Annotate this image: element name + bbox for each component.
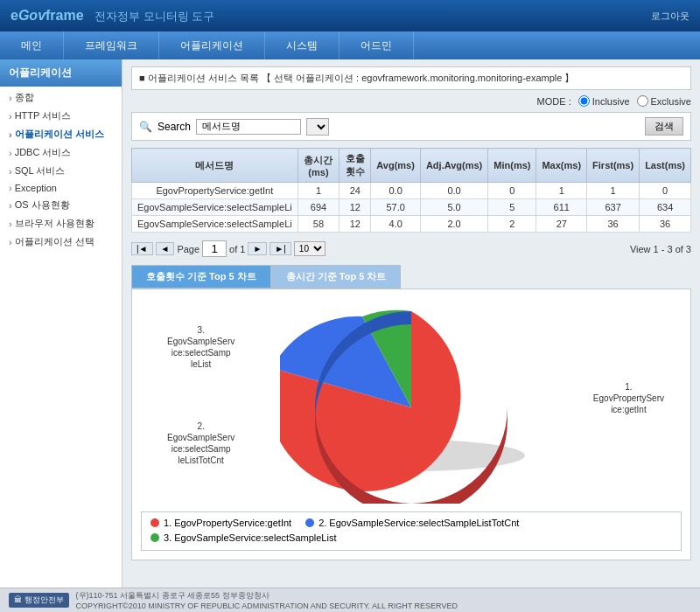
col-calls: 호출횟수 bbox=[340, 149, 371, 183]
sidebar-item-browser[interactable]: 브라우저 사용현황 bbox=[0, 214, 122, 233]
col-max: Max(ms) bbox=[536, 149, 587, 183]
cell-calls: 12 bbox=[340, 199, 371, 216]
table-row: EgovSampleService:selectSampleLi 694 12 … bbox=[132, 199, 691, 216]
sidebar-item-app-select[interactable]: 어플리케이션 선택 bbox=[0, 233, 122, 251]
legend-item-1: 1. EgovPropertyService:getInt bbox=[150, 518, 291, 528]
cell-avg: 0.0 bbox=[371, 183, 421, 199]
mode-inclusive[interactable]: Inclusive bbox=[578, 95, 630, 107]
cell-method: EgovSampleService:selectSampleLi bbox=[132, 216, 298, 233]
cell-first: 1 bbox=[587, 183, 640, 199]
logout-button[interactable]: 로그아웃 bbox=[651, 10, 690, 23]
col-last: Last(ms) bbox=[640, 149, 691, 183]
tab-time[interactable]: 총시간 기준 Top 5 차트 bbox=[271, 265, 402, 289]
per-page-select[interactable]: 10 bbox=[294, 241, 326, 256]
breadcrumb: ■ 어플리케이션 서비스 목록 【 선택 어플리케이션 : egovframew… bbox=[131, 66, 691, 90]
sidebar-item-http[interactable]: HTTP 서비스 bbox=[0, 107, 122, 125]
legend-label-2: 2. EgovSampleService:selectSampleListTot… bbox=[318, 518, 519, 528]
nav-bar: 메인 프레임워크 어플리케이션 시스템 어드민 bbox=[0, 31, 700, 59]
cell-method: EgovSampleService:selectSampleLi bbox=[132, 199, 298, 216]
cell-first: 36 bbox=[587, 216, 640, 233]
sidebar-item-exception[interactable]: Exception bbox=[0, 180, 122, 196]
footer-copyright: COPYRIGHT©2010 MINISTRY OF REPUBLIC ADMI… bbox=[76, 602, 458, 610]
pie-label-1: 1.EgovPropertyService:getInt bbox=[593, 381, 664, 415]
sidebar-title: 어플리케이션 bbox=[0, 59, 122, 87]
pagination: |◄ ◄ Page of 1 ► ►| 10 View 1 - 3 of 3 bbox=[131, 238, 691, 260]
chart-area: 3.EgovSampleService:selectSampleList 2.E… bbox=[131, 289, 691, 560]
cell-adj-avg: 2.0 bbox=[420, 216, 487, 233]
col-avg: Avg(ms) bbox=[371, 149, 421, 183]
next-page-btn[interactable]: ► bbox=[248, 242, 267, 255]
mode-label: MODE : bbox=[537, 96, 571, 107]
cell-method: EgovPropertyService:getInt bbox=[132, 183, 298, 199]
page-input[interactable] bbox=[202, 240, 227, 257]
cell-max: 1 bbox=[536, 183, 587, 199]
cell-total: 58 bbox=[298, 216, 340, 233]
sidebar: 어플리케이션 종합 HTTP 서비스 어플리케이션 서비스 JDBC 서비스 S… bbox=[0, 59, 122, 588]
cell-min: 5 bbox=[488, 199, 536, 216]
col-min: Min(ms) bbox=[488, 149, 536, 183]
mode-exclusive[interactable]: Exclusive bbox=[637, 95, 691, 107]
mode-bar: MODE : Inclusive Exclusive bbox=[131, 95, 691, 107]
cell-max: 611 bbox=[536, 199, 587, 216]
data-table: 메서드명 총시간(ms) 호출횟수 Avg(ms) Adj.Avg(ms) Mi… bbox=[131, 148, 691, 233]
view-label: View 1 - 3 of 3 bbox=[630, 244, 691, 254]
cell-adj-avg: 5.0 bbox=[420, 199, 487, 216]
nav-item-application[interactable]: 어플리케이션 bbox=[159, 31, 265, 59]
logo-subtitle: 전자정부 모니터링 도구 bbox=[94, 10, 214, 23]
nav-item-system[interactable]: 시스템 bbox=[265, 31, 340, 59]
sidebar-item-app-service[interactable]: 어플리케이션 서비스 bbox=[0, 125, 122, 143]
table-row: EgovSampleService:selectSampleLi 58 12 4… bbox=[132, 216, 691, 233]
col-total: 총시간(ms) bbox=[298, 149, 340, 183]
sidebar-item-jdbc[interactable]: JDBC 서비스 bbox=[0, 143, 122, 162]
footer-logo-text: 🏛 행정안전부 bbox=[14, 595, 64, 606]
legend-dot-2 bbox=[305, 518, 314, 527]
cell-min: 2 bbox=[488, 216, 536, 233]
sidebar-item-sql[interactable]: SQL 서비스 bbox=[0, 162, 122, 180]
col-adj-avg: Adj.Avg(ms) bbox=[420, 149, 487, 183]
search-dropdown[interactable] bbox=[306, 118, 329, 136]
legend-item-3: 3. EgovSampleService:selectSampleList bbox=[150, 532, 336, 543]
footer-address: (우)110-751 서울특별시 종로구 세종로55 정부중앙청사 bbox=[76, 590, 458, 602]
cell-last: 0 bbox=[640, 183, 691, 199]
total-pages: 1 bbox=[240, 244, 245, 254]
footer: 🏛 행정안전부 (우)110-751 서울특별시 종로구 세종로55 정부중앙청… bbox=[0, 588, 700, 612]
nav-item-main[interactable]: 메인 bbox=[0, 31, 64, 59]
first-page-btn[interactable]: |◄ bbox=[131, 242, 153, 255]
cell-adj-avg: 0.0 bbox=[420, 183, 487, 199]
search-icon: 🔍 bbox=[139, 121, 152, 133]
header: eGovframe 전자정부 모니터링 도구 로그아웃 bbox=[0, 0, 700, 31]
footer-logo: 🏛 행정안전부 bbox=[9, 593, 69, 608]
legend-item-2: 2. EgovSampleService:selectSampleListTot… bbox=[305, 518, 519, 528]
pie-label-2: 2.EgovSampleService:selectSampleListTotC… bbox=[167, 421, 234, 466]
table-row: EgovPropertyService:getInt 1 24 0.0 0.0 … bbox=[132, 183, 691, 199]
prev-page-btn[interactable]: ◄ bbox=[156, 242, 175, 255]
cell-max: 27 bbox=[536, 216, 587, 233]
cell-min: 0 bbox=[488, 183, 536, 199]
search-button[interactable]: 검색 bbox=[645, 117, 683, 136]
sidebar-item-os[interactable]: OS 사용현황 bbox=[0, 196, 122, 214]
table-body: EgovPropertyService:getInt 1 24 0.0 0.0 … bbox=[132, 183, 691, 233]
pie-chart bbox=[280, 303, 542, 504]
logo: eGovframe 전자정부 모니터링 도구 bbox=[10, 8, 214, 24]
cell-last: 634 bbox=[640, 199, 691, 216]
cell-avg: 57.0 bbox=[371, 199, 421, 216]
legend-dot-3 bbox=[150, 533, 159, 542]
chart-tabs: 호출횟수 기준 Top 5 차트 총시간 기준 Top 5 차트 bbox=[131, 265, 691, 289]
search-input[interactable] bbox=[196, 119, 301, 135]
nav-item-framework[interactable]: 프레임워크 bbox=[64, 31, 159, 59]
of-label: of bbox=[229, 244, 237, 254]
cell-calls: 12 bbox=[340, 216, 371, 233]
tab-calls[interactable]: 호출횟수 기준 Top 5 차트 bbox=[131, 265, 271, 289]
cell-total: 1 bbox=[298, 183, 340, 199]
cell-total: 694 bbox=[298, 199, 340, 216]
col-first: First(ms) bbox=[587, 149, 640, 183]
sidebar-section: 종합 HTTP 서비스 어플리케이션 서비스 JDBC 서비스 SQL 서비스 … bbox=[0, 87, 122, 253]
cell-last: 36 bbox=[640, 216, 691, 233]
sidebar-item-general[interactable]: 종합 bbox=[0, 88, 122, 107]
nav-item-admin[interactable]: 어드민 bbox=[340, 31, 414, 59]
cell-avg: 4.0 bbox=[371, 216, 421, 233]
cell-calls: 24 bbox=[340, 183, 371, 199]
last-page-btn[interactable]: ►| bbox=[270, 242, 291, 255]
pie-label-3: 3.EgovSampleService:selectSampleList bbox=[167, 324, 234, 370]
legend-label-1: 1. EgovPropertyService:getInt bbox=[164, 518, 291, 528]
